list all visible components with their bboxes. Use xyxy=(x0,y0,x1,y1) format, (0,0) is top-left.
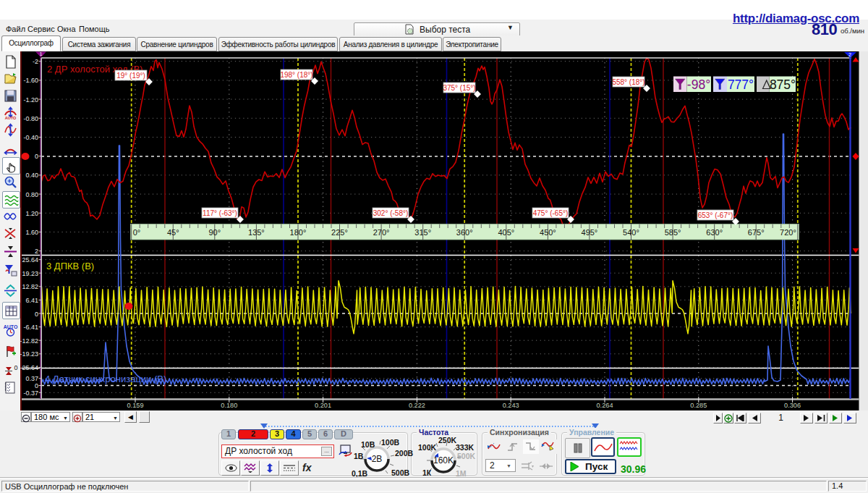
svg-text:-19.23: -19.23 xyxy=(20,350,38,358)
svg-text:302° (-58°): 302° (-58°) xyxy=(373,209,409,217)
svg-text:653° (-67°): 653° (-67°) xyxy=(698,211,733,219)
svg-text:0.264: 0.264 xyxy=(597,402,613,409)
svg-text:19° (19°): 19° (19°) xyxy=(116,72,145,80)
svg-text:0: 0 xyxy=(35,311,38,318)
svg-text:180°: 180° xyxy=(290,228,307,237)
svg-text:225°: 225° xyxy=(331,228,348,237)
svg-text:117° (-63°): 117° (-63°) xyxy=(203,209,237,217)
svg-text:405°: 405° xyxy=(498,228,514,237)
svg-text:4 Датчик синхронизации (В): 4 Датчик синхронизации (В) xyxy=(45,374,166,384)
svg-text:558° (18°): 558° (18°) xyxy=(612,78,644,86)
svg-text:45°: 45° xyxy=(167,228,179,237)
svg-text:6.41: 6.41 xyxy=(25,297,38,304)
svg-text:198° (18°): 198° (18°) xyxy=(280,71,312,79)
svg-text:475° (-65°): 475° (-65°) xyxy=(533,209,569,217)
svg-text:-1.20: -1.20 xyxy=(23,96,38,104)
svg-text:3 ДПКВ (В): 3 ДПКВ (В) xyxy=(46,261,94,271)
svg-text:-1.60: -1.60 xyxy=(23,77,38,84)
svg-text:0.306: 0.306 xyxy=(784,402,801,409)
svg-text:0.243: 0.243 xyxy=(503,402,519,409)
svg-text:0.201: 0.201 xyxy=(315,402,331,409)
svg-text:0.180: 0.180 xyxy=(221,402,237,409)
svg-text:450°: 450° xyxy=(540,228,556,237)
svg-text:2: 2 xyxy=(848,52,851,57)
svg-text:720°: 720° xyxy=(780,228,796,237)
svg-text:270°: 270° xyxy=(373,228,390,237)
svg-text:0.159: 0.159 xyxy=(127,402,144,409)
svg-text:12.82: 12.82 xyxy=(22,283,38,290)
svg-text:2: 2 xyxy=(35,248,38,255)
svg-text:-0.40: -0.40 xyxy=(23,134,38,141)
svg-text:0.40: 0.40 xyxy=(25,172,38,179)
svg-text:-6.41: -6.41 xyxy=(23,324,38,331)
svg-text:0.222: 0.222 xyxy=(409,402,425,409)
svg-text:630°: 630° xyxy=(706,228,723,237)
svg-text:1.20: 1.20 xyxy=(25,210,38,217)
svg-text:0: 0 xyxy=(35,382,38,389)
svg-text:1.60: 1.60 xyxy=(25,229,38,236)
svg-text:0.37: 0.37 xyxy=(25,375,38,382)
svg-text:540°: 540° xyxy=(623,228,639,237)
svg-text:90°: 90° xyxy=(208,228,221,237)
svg-text:875°: 875° xyxy=(770,77,796,92)
svg-text:19.23: 19.23 xyxy=(22,270,38,277)
svg-text:0.285: 0.285 xyxy=(690,402,707,409)
svg-text:-0.37: -0.37 xyxy=(23,389,38,397)
svg-text:0°: 0° xyxy=(133,228,141,237)
svg-text:25.64: 25.64 xyxy=(22,256,38,264)
svg-text:315°: 315° xyxy=(414,228,431,237)
svg-text:-98°: -98° xyxy=(687,77,710,92)
svg-text:0.80: 0.80 xyxy=(25,191,38,198)
svg-text:777°: 777° xyxy=(728,77,754,92)
svg-text:585°: 585° xyxy=(665,228,681,237)
svg-text:-25.64: -25.64 xyxy=(20,364,38,371)
svg-text:135°: 135° xyxy=(248,228,265,237)
svg-text:360°: 360° xyxy=(456,228,473,237)
svg-text:-2: -2 xyxy=(33,58,38,65)
svg-text:-0.80: -0.80 xyxy=(23,115,38,122)
svg-text:675°: 675° xyxy=(748,228,765,237)
svg-text:375° (15°): 375° (15°) xyxy=(443,84,475,92)
svg-text:-12.82: -12.82 xyxy=(20,337,38,345)
svg-text:495°: 495° xyxy=(582,228,598,237)
svg-text:0: 0 xyxy=(35,153,38,160)
svg-text:1: 1 xyxy=(40,51,43,56)
